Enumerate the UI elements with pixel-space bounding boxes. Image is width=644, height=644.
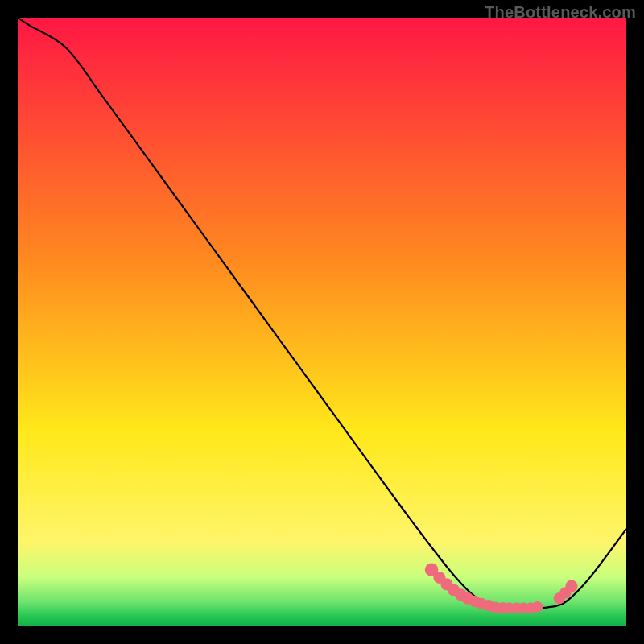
- fit-marker: [532, 601, 543, 613]
- chart-stage: TheBottleneck.com: [0, 0, 644, 644]
- bottleneck-chart: [18, 18, 626, 626]
- fit-marker: [565, 580, 577, 592]
- chart-background: [18, 18, 626, 626]
- watermark-label: TheBottleneck.com: [485, 3, 636, 22]
